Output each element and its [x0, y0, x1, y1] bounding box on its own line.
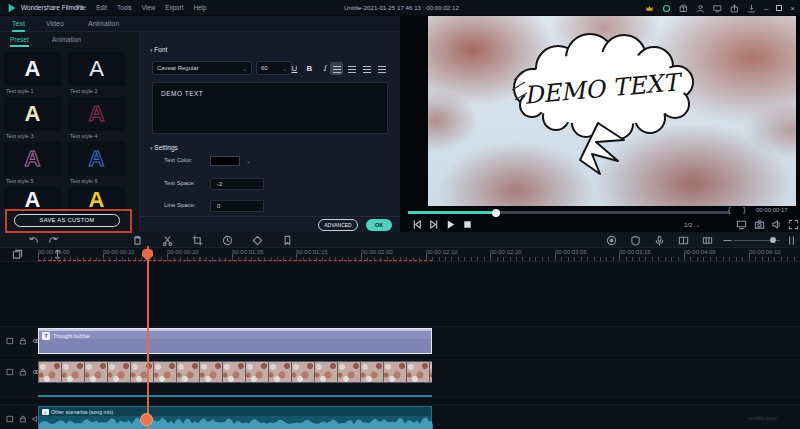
undo-icon[interactable] [28, 235, 39, 246]
tab-video[interactable]: Video [46, 20, 64, 27]
align-left-button[interactable] [330, 62, 343, 75]
collapsed-track-strip[interactable] [38, 395, 432, 397]
filmora-logo-icon [7, 3, 17, 13]
text-style-3[interactable]: A [4, 97, 61, 131]
subtab-animation[interactable]: Animation [52, 36, 81, 43]
ok-button[interactable]: OK [366, 219, 392, 231]
text-content-input[interactable]: DEMO TEXT [152, 82, 388, 134]
advanced-button[interactable]: ADVANCED [318, 219, 358, 231]
chevron-down-icon[interactable]: ⌄ [246, 157, 251, 164]
close-button[interactable]: × [790, 4, 795, 13]
share-icon[interactable] [730, 4, 739, 13]
menu-item-file[interactable]: File [76, 4, 86, 11]
font-size-select[interactable]: 60⌄ [256, 61, 292, 75]
playhead-audio-handle[interactable] [140, 413, 153, 426]
zoom-out-icon[interactable] [722, 235, 733, 246]
previous-frame-button[interactable] [412, 219, 423, 230]
lock-icon[interactable] [19, 415, 27, 423]
menu-item-export[interactable]: Export [165, 4, 183, 11]
thought-bubble-overlay[interactable]: DEMO TEXT [498, 30, 708, 195]
chevron-down-icon: ⌄ [282, 65, 287, 72]
timeline-zoom-slider[interactable] [734, 240, 780, 242]
timeline-ruler[interactable]: 00:00:00:00 00:00:00:10 00:00:00:20 00:0… [0, 248, 800, 262]
fullscreen-icon[interactable] [788, 219, 799, 230]
text-space-input[interactable]: -2 [210, 178, 264, 190]
screen-record-icon[interactable] [606, 235, 617, 246]
video-canvas[interactable]: DEMO TEXT [428, 16, 796, 206]
user-icon[interactable] [696, 4, 705, 13]
mute-speaker-icon[interactable] [771, 219, 782, 230]
save-as-custom-button[interactable]: SAVE AS CUSTOM [14, 214, 120, 227]
menu-item-tools[interactable]: Tools [117, 4, 132, 11]
audio-waveform [39, 416, 433, 429]
style-label: Text style 2 [70, 88, 98, 94]
chevron-down-icon: ⌄ [242, 65, 247, 72]
screen-icon[interactable] [713, 4, 722, 13]
audio-clip-label: Other scenarios (song mix) [51, 409, 113, 415]
align-center-button[interactable] [345, 62, 358, 75]
menu-item-edit[interactable]: Edit [96, 4, 107, 11]
settings-section-header[interactable]: ▾ Settings [150, 144, 178, 151]
tab-text[interactable]: Text [12, 20, 25, 32]
text-color-swatch[interactable] [210, 156, 240, 166]
text-clip[interactable]: T Thought bubble [38, 328, 432, 354]
mark-in-icon[interactable]: { [728, 205, 731, 214]
line-space-input[interactable]: 0 [210, 200, 264, 212]
render-film-icon[interactable] [702, 235, 713, 246]
text-style-6[interactable]: A [68, 142, 125, 176]
seek-bar[interactable] [408, 211, 730, 214]
font-family-select[interactable]: Caveat Regular⌄ [152, 61, 252, 75]
text-content-value: DEMO TEXT [161, 90, 203, 97]
playback-quality-select[interactable]: 1/2⌄ [684, 219, 712, 230]
crop-icon[interactable] [192, 235, 203, 246]
split-scissors-icon[interactable] [162, 235, 173, 246]
subtab-preset[interactable]: Preset [10, 36, 29, 47]
style-letter: A [25, 99, 41, 129]
upgrade-crown-icon[interactable] [645, 4, 654, 13]
video-clip[interactable] [38, 361, 432, 383]
next-frame-button[interactable] [428, 219, 439, 230]
bold-button[interactable]: B [303, 63, 316, 75]
minimize-button[interactable]: – [764, 4, 768, 13]
tab-animation[interactable]: Animation [88, 20, 119, 27]
maximize-button[interactable] [776, 5, 782, 11]
split-screen-icon[interactable] [678, 235, 689, 246]
menu-item-help[interactable]: Help [193, 4, 206, 11]
redo-icon[interactable] [48, 235, 59, 246]
text-style-2[interactable]: A [68, 52, 125, 86]
manage-tracks-icon[interactable] [12, 249, 23, 260]
font-section-header[interactable]: ▾ Font [150, 46, 167, 53]
voiceover-mic-icon[interactable] [654, 235, 665, 246]
align-justify-button[interactable] [375, 62, 388, 75]
keyframe-diamond-icon[interactable] [252, 235, 263, 246]
store-icon[interactable] [679, 4, 688, 13]
align-right-button[interactable] [360, 62, 373, 75]
lock-icon[interactable] [19, 368, 27, 376]
speed-clock-icon[interactable] [222, 235, 233, 246]
underline-button[interactable]: U [288, 63, 301, 75]
display-device-icon[interactable] [736, 219, 747, 230]
snapshot-camera-icon[interactable] [754, 219, 765, 230]
audio-clip[interactable]: ♪ Other scenarios (song mix) [38, 406, 432, 429]
app-name: Wondershare Filmora [21, 4, 83, 11]
account-ring-icon[interactable] [662, 4, 671, 13]
zoom-slider-handle[interactable] [770, 237, 776, 243]
align-bars-icon [378, 65, 386, 73]
align-bars-icon [363, 65, 371, 73]
delete-icon[interactable] [132, 235, 143, 246]
menu-item-view[interactable]: View [142, 4, 156, 11]
zoom-fit-icon[interactable] [786, 235, 797, 246]
mark-out-icon[interactable]: } [743, 205, 746, 214]
text-style-5[interactable]: A [4, 142, 61, 176]
marker-bookmark-icon[interactable] [282, 235, 293, 246]
audio-waveform-path [39, 417, 433, 429]
stop-button[interactable] [462, 219, 473, 230]
play-button[interactable] [445, 219, 456, 230]
lock-icon[interactable] [19, 337, 27, 345]
mixer-shield-icon[interactable] [630, 235, 641, 246]
download-icon[interactable] [747, 4, 756, 13]
seek-handle[interactable] [492, 209, 500, 217]
text-style-4[interactable]: A [68, 97, 125, 131]
playhead-line[interactable] [147, 246, 149, 429]
text-style-1[interactable]: A [4, 52, 61, 86]
